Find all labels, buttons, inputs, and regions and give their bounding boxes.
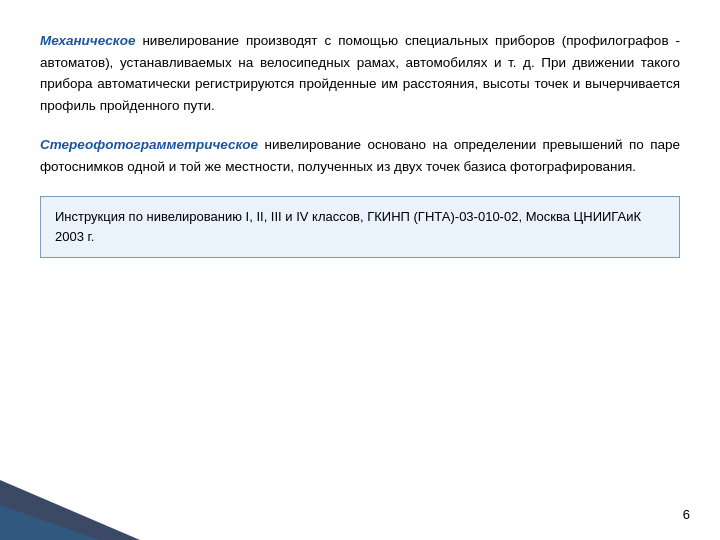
highlight-mechanical: Механическое: [40, 33, 135, 48]
paragraph-mechanical: Механическое нивелирование производят с …: [40, 30, 680, 116]
page-number: 6: [683, 507, 690, 522]
paragraph-mechanical-text: нивелирование производят с помощью специ…: [40, 33, 680, 113]
paragraph-stereo: Стереофотограмметрическое нивелирование …: [40, 134, 680, 177]
instruction-box: Инструкция по нивелированию I, II, III и…: [40, 196, 680, 258]
content-area: Механическое нивелирование производят с …: [40, 30, 680, 258]
bottom-decoration: [0, 450, 220, 540]
page-container: Механическое нивелирование производят с …: [0, 0, 720, 540]
highlight-stereo: Стереофотограмметрическое: [40, 137, 258, 152]
instruction-text: Инструкция по нивелированию I, II, III и…: [55, 209, 641, 244]
